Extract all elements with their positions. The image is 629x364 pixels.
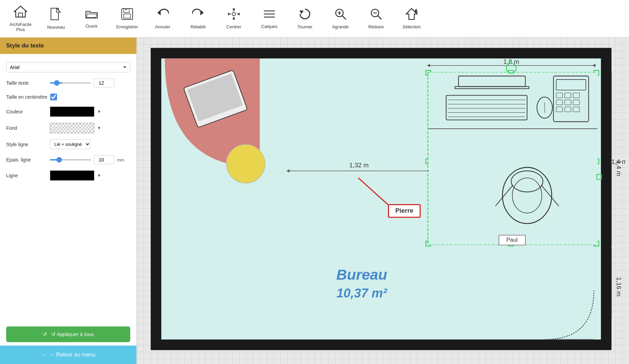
- fond-row: Fond ▼: [6, 123, 130, 133]
- selection-button[interactable]: Sélection: [394, 3, 429, 34]
- couleur-arrow[interactable]: ▼: [97, 109, 101, 114]
- svg-marker-17: [232, 9, 235, 11]
- agrandir-label: Agrandir: [332, 24, 349, 29]
- panel-content: Arial Times New Roman Helvetica Taille t…: [0, 54, 136, 323]
- svg-marker-10: [200, 10, 204, 15]
- couleur-label: Couleur: [6, 109, 47, 114]
- retablir-button[interactable]: Rétablir: [181, 3, 215, 34]
- style-ligne-label: Style ligne: [6, 142, 47, 147]
- svg-line-25: [342, 15, 346, 19]
- epais-slider[interactable]: [50, 159, 91, 160]
- agrandir-button[interactable]: Agrandir: [323, 3, 358, 34]
- svg-rect-7: [124, 14, 131, 18]
- svg-text:1,4 m: 1,4 m: [611, 158, 626, 165]
- epais-ligne-label: Epais. ligne: [6, 157, 47, 163]
- reduire-label: Réduire: [368, 24, 384, 29]
- toolbar: ArchiFacile Plus Nouveau Ouvrir Enregist…: [0, 0, 629, 38]
- annuler-label: Annuler: [155, 24, 171, 29]
- canvas-area[interactable]: 1,8 m 1,4 m 1,4 m 1,32 m: [137, 38, 629, 364]
- font-select[interactable]: Arial Times New Roman Helvetica: [6, 62, 130, 72]
- back-label: ← Retour au menu: [49, 352, 95, 358]
- retablir-label: Rétablir: [191, 24, 206, 29]
- svg-point-53: [226, 144, 265, 183]
- epais-input[interactable]: 10: [94, 155, 114, 164]
- selection-icon: [405, 8, 418, 22]
- rotate-icon: [299, 8, 311, 22]
- back-button[interactable]: ← ← Retour au menu: [0, 346, 136, 364]
- panel-title: Style du texte: [6, 42, 44, 49]
- folder-icon: [85, 9, 98, 22]
- svg-text:10,37 m²: 10,37 m²: [336, 286, 388, 300]
- svg-marker-23: [299, 11, 304, 14]
- ligne-arrow[interactable]: ▼: [97, 173, 101, 178]
- calques-button[interactable]: Calques: [252, 3, 286, 34]
- svg-marker-16: [237, 13, 240, 15]
- tourner-label: Tourner: [297, 24, 312, 29]
- style-ligne-row: Style ligne Normal Souligné Lié + soulig…: [6, 139, 130, 149]
- layers-icon: [263, 8, 276, 22]
- undo-icon: [157, 8, 169, 22]
- home-icon: [14, 5, 27, 20]
- apply-label: ↺ Appliquer à tous: [51, 331, 94, 337]
- annuler-button[interactable]: Annuler: [146, 3, 180, 34]
- svg-marker-9: [157, 10, 161, 15]
- back-icon: ←: [41, 352, 46, 358]
- taille-texte-label: Taille texte: [6, 80, 47, 86]
- taille-cm-checkbox[interactable]: [50, 94, 57, 100]
- fond-arrow[interactable]: ▼: [97, 126, 101, 130]
- ouvrir-button[interactable]: Ouvrir: [75, 3, 109, 34]
- archifacile-label: ArchiFacile Plus: [5, 22, 36, 32]
- ligne-row: Ligne ▼: [6, 170, 130, 181]
- taille-cm-row: Taille en centimètre: [6, 94, 130, 100]
- svg-marker-0: [14, 6, 27, 17]
- svg-text:1,32 m: 1,32 m: [349, 162, 369, 169]
- style-ligne-select[interactable]: Normal Souligné Lié + souligné Barré: [50, 139, 91, 149]
- epais-ligne-row: Epais. ligne 10 mm: [6, 155, 130, 164]
- epais-slider-container: 10 mm: [50, 155, 130, 164]
- svg-text:Pierre: Pierre: [396, 207, 414, 214]
- selection-label: Sélection: [402, 24, 420, 29]
- svg-line-29: [377, 15, 382, 19]
- epais-unit: mm: [117, 157, 124, 163]
- tourner-button[interactable]: Tourner: [288, 3, 322, 34]
- left-panel: Style du texte Arial Times New Roman Hel…: [0, 38, 137, 364]
- apply-all-button[interactable]: ↺ ↺ Appliquer à tous: [6, 326, 130, 342]
- svg-marker-18: [232, 17, 235, 19]
- archifacile-button[interactable]: ArchiFacile Plus: [3, 3, 38, 34]
- taille-texte-slider-container: 12: [50, 79, 130, 87]
- couleur-row: Couleur ▼: [6, 107, 130, 117]
- redo-icon: [192, 8, 204, 22]
- taille-cm-label: Taille en centimètre: [6, 94, 48, 100]
- enregistrer-label: Enregistrer: [116, 24, 138, 29]
- ligne-swatch[interactable]: [50, 170, 94, 181]
- svg-rect-1: [18, 13, 23, 17]
- nouveau-button[interactable]: Nouveau: [39, 3, 73, 34]
- apply-icon: ↺: [43, 331, 47, 337]
- center-icon: [227, 8, 240, 22]
- centrer-label: Centrer: [226, 24, 241, 29]
- centrer-button[interactable]: Centrer: [217, 3, 251, 34]
- new-doc-icon: [50, 8, 62, 23]
- main-area: Style du texte Arial Times New Roman Hel…: [0, 38, 629, 364]
- svg-text:Paul: Paul: [506, 237, 518, 243]
- taille-texte-slider[interactable]: [50, 82, 91, 84]
- svg-rect-6: [124, 9, 129, 13]
- taille-texte-input[interactable]: 12: [94, 79, 114, 87]
- floor-plan-container: 1,8 m 1,4 m 1,4 m 1,32 m: [140, 44, 626, 361]
- fond-swatch[interactable]: [50, 123, 94, 133]
- ouvrir-label: Ouvrir: [85, 24, 97, 29]
- svg-point-19: [232, 12, 236, 16]
- svg-marker-15: [228, 13, 231, 15]
- reduire-button[interactable]: Réduire: [359, 3, 393, 34]
- taille-texte-row: Taille texte 12: [6, 79, 130, 87]
- panel-header: Style du texte: [0, 38, 136, 54]
- enregistrer-button[interactable]: Enregistrer: [110, 3, 144, 34]
- save-icon: [121, 8, 133, 22]
- calques-label: Calques: [261, 24, 278, 29]
- svg-rect-8: [125, 9, 127, 10]
- fond-label: Fond: [6, 125, 47, 131]
- zoom-in-icon: [334, 8, 347, 22]
- couleur-swatch[interactable]: [50, 107, 94, 117]
- zoom-out-icon: [370, 8, 382, 22]
- svg-text:Bureau: Bureau: [336, 266, 387, 283]
